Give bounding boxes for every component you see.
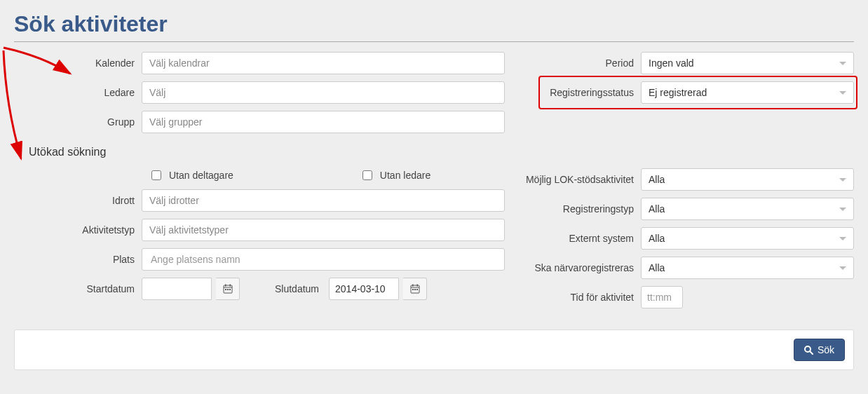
- lok-select[interactable]: Alla: [641, 168, 854, 191]
- slutdatum-label: Slutdatum: [275, 283, 325, 294]
- registreringstyp-value: Alla: [649, 203, 665, 215]
- period-select[interactable]: Ingen vald: [641, 52, 854, 74]
- startdatum-calendar-button[interactable]: [216, 278, 240, 300]
- idrott-placeholder: Välj idrotter: [149, 195, 199, 206]
- without-participants-checkbox[interactable]: [151, 170, 161, 180]
- chevron-down-icon: [839, 91, 846, 95]
- tid-input[interactable]: [641, 286, 683, 308]
- aktivitetstyp-placeholder: Välj aktivitetstyper: [149, 224, 229, 236]
- svg-rect-2: [225, 285, 226, 287]
- grupp-placeholder: Välj grupper: [149, 116, 203, 128]
- without-participants-label: Utan deltagare: [169, 170, 233, 181]
- narvaro-label: Ska närvaroregistreras: [513, 262, 641, 273]
- kalender-label: Kalender: [14, 57, 142, 69]
- without-leaders-checkbox[interactable]: [362, 170, 372, 180]
- search-button[interactable]: Sök: [794, 339, 845, 361]
- without-leaders-label: Utan ledare: [380, 170, 430, 181]
- startdatum-input[interactable]: [142, 278, 212, 300]
- chevron-down-icon: [14, 146, 25, 158]
- aktivitetstyp-label: Aktivitetstyp: [14, 224, 142, 236]
- narvaro-select[interactable]: Alla: [641, 257, 854, 279]
- search-button-label: Sök: [818, 344, 834, 355]
- grupp-select[interactable]: Välj grupper: [142, 111, 505, 133]
- period-label: Period: [513, 57, 641, 69]
- grupp-label: Grupp: [14, 116, 142, 128]
- calendar-icon: [410, 284, 420, 294]
- chevron-down-icon: [839, 208, 846, 211]
- ledare-label: Ledare: [14, 87, 142, 98]
- svg-rect-3: [229, 285, 231, 287]
- svg-rect-4: [225, 289, 226, 290]
- slutdatum-calendar-button[interactable]: [403, 278, 427, 300]
- tid-label: Tid för aktivitet: [513, 292, 641, 303]
- plats-input-wrap[interactable]: [142, 248, 505, 271]
- advanced-search-toggle[interactable]: Utökad sökning: [14, 146, 854, 158]
- external-select[interactable]: Alla: [641, 227, 854, 250]
- svg-line-15: [810, 351, 813, 354]
- regstatus-value: Ej registrerad: [649, 87, 707, 98]
- plats-label: Plats: [14, 254, 142, 265]
- svg-rect-6: [229, 289, 231, 290]
- startdatum-label: Startdatum: [14, 283, 142, 294]
- svg-rect-9: [412, 285, 414, 287]
- regstatus-label: Registreringsstatus: [513, 87, 641, 98]
- idrott-label: Idrott: [14, 195, 142, 206]
- external-label: Externt system: [513, 233, 641, 244]
- ledare-select[interactable]: Välj: [142, 81, 505, 104]
- svg-rect-5: [227, 289, 229, 290]
- chevron-down-icon: [839, 237, 846, 240]
- registreringstyp-label: Registreringstyp: [513, 203, 641, 215]
- regstatus-select[interactable]: Ej registrerad: [641, 81, 854, 104]
- kalender-placeholder: Välj kalendrar: [149, 57, 210, 69]
- external-value: Alla: [649, 233, 665, 244]
- ledare-placeholder: Välj: [149, 87, 165, 98]
- svg-rect-11: [412, 289, 414, 290]
- lok-label: Möjlig LOK-stödsaktivitet: [513, 174, 641, 185]
- chevron-down-icon: [839, 62, 846, 65]
- lok-value: Alla: [649, 174, 665, 185]
- idrott-select[interactable]: Välj idrotter: [142, 189, 505, 212]
- narvaro-value: Alla: [649, 262, 665, 273]
- chevron-down-icon: [839, 266, 846, 270]
- footer-bar: Sök: [14, 330, 854, 370]
- advanced-search-label: Utökad sökning: [29, 146, 106, 158]
- svg-rect-10: [416, 285, 418, 287]
- registreringstyp-select[interactable]: Alla: [641, 198, 854, 220]
- svg-rect-13: [416, 289, 418, 290]
- svg-rect-12: [414, 289, 416, 290]
- aktivitetstyp-select[interactable]: Välj aktivitetstyper: [142, 219, 505, 241]
- slutdatum-input[interactable]: [329, 278, 399, 300]
- period-value: Ingen vald: [649, 57, 694, 69]
- kalender-select[interactable]: Välj kalendrar: [142, 52, 505, 74]
- chevron-down-icon: [839, 178, 846, 182]
- search-icon: [804, 346, 813, 355]
- plats-input[interactable]: [149, 249, 497, 270]
- calendar-icon: [223, 284, 233, 294]
- page-title: Sök aktiviteter: [14, 11, 854, 42]
